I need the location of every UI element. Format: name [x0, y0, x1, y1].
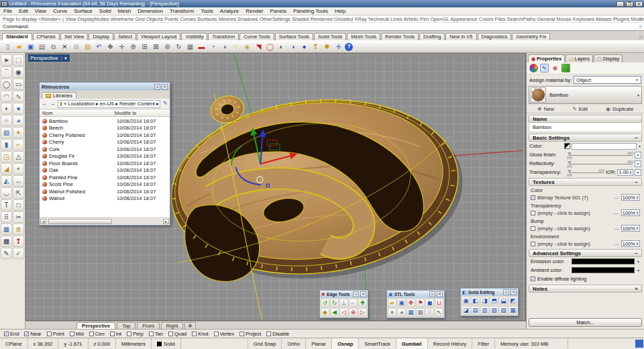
- command-scroll-icon[interactable]: ⊙: [639, 24, 643, 30]
- tool-cylinder-icon[interactable]: ▮: [1, 139, 12, 150]
- texture-icon[interactable]: [561, 64, 570, 72]
- stl-tool-8-icon[interactable]: ◕: [397, 308, 406, 317]
- file-row[interactable]: Painted Pine10/06/2014 18:07: [40, 174, 170, 181]
- tool-sketch-icon[interactable]: ✎: [1, 248, 12, 259]
- decal-icon[interactable]: ❋: [551, 64, 559, 72]
- file-row[interactable]: Floor Boards10/06/2014 18:07: [40, 160, 170, 167]
- zoom-extents-icon[interactable]: ⊠: [151, 42, 161, 52]
- tabrow-scroll-icon[interactable]: ⊙: [639, 35, 643, 40]
- menu-curve[interactable]: Curve: [53, 8, 67, 14]
- zoom-selected-icon[interactable]: ⊛: [162, 42, 172, 52]
- osnap-perp[interactable]: Perp: [127, 331, 144, 337]
- spinner-arrows-icon[interactable]: ▲▼: [636, 226, 639, 230]
- osnap-end-checkbox[interactable]: ✓: [4, 332, 9, 336]
- toolbar-tab-curve-tools[interactable]: Curve Tools: [239, 33, 274, 40]
- tool-bead-icon[interactable]: ⚬: [13, 163, 24, 174]
- menu-render[interactable]: Render: [246, 8, 263, 14]
- tool-array-icon[interactable]: ⠿: [1, 211, 12, 223]
- file-row[interactable]: Cherry10/06/2014 18:07: [40, 139, 170, 146]
- color-texture-value[interactable]: Bitmap Texture 001 (7): [537, 195, 612, 201]
- solid-tool-6-icon[interactable]: ◩: [508, 297, 517, 305]
- column-modified[interactable]: Modifié le: [115, 110, 136, 116]
- menu-dimension[interactable]: Dimension: [138, 8, 163, 14]
- transparency--slider[interactable]: 0%100: [564, 169, 604, 176]
- tool-pin-icon[interactable]: ❢: [13, 236, 24, 247]
- edge-tool-5-icon[interactable]: ✚: [358, 299, 367, 307]
- status-cplane[interactable]: CPlane: [0, 338, 28, 349]
- transparency-texture-value[interactable]: (empty - click to assign): [537, 210, 612, 216]
- osnap-cen[interactable]: Cen: [89, 331, 105, 337]
- collapse-icon[interactable]: −: [635, 250, 638, 256]
- menu-solid[interactable]: Solid: [99, 8, 111, 14]
- lock-icon[interactable]: ◈: [242, 42, 252, 52]
- tool-curve-tools-icon[interactable]: ◡: [1, 187, 12, 199]
- horizontal-scrollbar[interactable]: ◄ ►: [40, 217, 170, 225]
- panel-tab-properties[interactable]: ◉Properties: [528, 54, 565, 62]
- osnap-point[interactable]: Point: [47, 331, 64, 337]
- viewport-tab-right[interactable]: Right: [161, 322, 184, 329]
- notes-icon[interactable]: ❢: [311, 42, 321, 52]
- render-preview-icon[interactable]: ◥: [254, 42, 264, 52]
- toggle-smarttrack[interactable]: SmartTrack: [358, 338, 395, 349]
- edge-tool-2-icon[interactable]: ↻: [330, 299, 339, 307]
- menu-paneling-tools[interactable]: Paneling Tools: [293, 8, 328, 14]
- toolbar-tab-mesh-tools[interactable]: Mesh Tools: [347, 33, 380, 40]
- scroll-right-icon[interactable]: ►: [163, 219, 169, 224]
- undo-icon[interactable]: ↶: [94, 42, 104, 52]
- paste-icon[interactable]: ▨: [83, 42, 93, 52]
- osnap-perp-checkbox[interactable]: [127, 332, 131, 336]
- zoom-window-icon[interactable]: ⊞: [140, 42, 150, 52]
- tool-edge-tools-icon[interactable]: ⌐: [13, 139, 24, 150]
- move-icon[interactable]: ✛: [117, 42, 127, 52]
- name-section-header[interactable]: Name: [529, 115, 642, 123]
- pen-icon[interactable]: ✎: [162, 101, 168, 107]
- status-y-1-671[interactable]: y -1.671: [58, 338, 88, 349]
- duplicate-button[interactable]: ◉Duplicate: [606, 106, 633, 112]
- osnap-end[interactable]: ✓End: [4, 331, 19, 337]
- delete-icon[interactable]: ✕: [60, 42, 70, 52]
- edge-tool-3-icon[interactable]: ⊥: [339, 299, 348, 307]
- breadcrumb[interactable]: « Localization ▸ en-US ▸ Render Content …: [58, 100, 160, 108]
- tool-fillet-icon[interactable]: ◢: [1, 163, 12, 174]
- toolbar-tab-standard[interactable]: Standard: [2, 33, 32, 40]
- toggle-filter[interactable]: Filter: [472, 338, 494, 349]
- menu-panels[interactable]: Panels: [270, 8, 286, 14]
- new-button[interactable]: ❖New: [537, 106, 554, 112]
- toggle-grid-snap[interactable]: Grid Snap: [248, 338, 282, 349]
- match-button[interactable]: Match...: [529, 318, 642, 327]
- environment-texture-checkbox[interactable]: [531, 242, 535, 246]
- ambient-dropdown-icon[interactable]: ▼: [637, 268, 640, 272]
- viewport-tab-top[interactable]: Top: [117, 322, 136, 329]
- tool-stack-icon[interactable]: ≣: [13, 223, 24, 235]
- tab-libraries[interactable]: Libraries: [42, 92, 76, 99]
- toolbar-tab-solid-tools[interactable]: Solid Tools: [314, 33, 346, 40]
- panel-tab-layers[interactable]: ❏Layers: [566, 54, 593, 62]
- stl-tool-11-icon[interactable]: ⠿: [425, 308, 434, 317]
- title-bar[interactable]: R Untitled - Rhinoceros Evaluation (64-b…: [0, 0, 644, 7]
- environment-texture-value[interactable]: (empty - click to assign): [537, 241, 612, 247]
- status-x-38-392[interactable]: x 38.392: [28, 338, 59, 349]
- tool-pointer-icon[interactable]: ➤: [1, 54, 12, 66]
- file-row[interactable]: Bamboo10/06/2014 18:07: [40, 117, 170, 125]
- edge-tools-gear-icon[interactable]: ⊙: [353, 291, 359, 297]
- minimize-button[interactable]: –: [616, 1, 624, 7]
- menu-help[interactable]: Help: [335, 8, 345, 14]
- osnap-knot-checkbox[interactable]: [192, 332, 197, 336]
- file-row[interactable]: Walnut10/06/2014 18:07: [40, 195, 170, 203]
- viewport-menu-icon[interactable]: ▼: [61, 56, 68, 60]
- stl-tools-titlebar[interactable]: ▣ STL Tools ⊙ ✕: [387, 291, 444, 298]
- edit-button[interactable]: ✎Edit: [572, 106, 588, 112]
- toggle-ortho[interactable]: Ortho: [281, 338, 305, 349]
- menu-tools[interactable]: Tools: [201, 8, 213, 14]
- toolbar-tab-visibility[interactable]: Visibility: [181, 33, 207, 40]
- help-icon[interactable]: ?: [345, 43, 353, 51]
- solid-tool-2-icon[interactable]: ◧: [471, 297, 480, 305]
- spinner-arrows-icon[interactable]: ▲▼: [636, 195, 639, 199]
- stl-tool-7-icon[interactable]: ●: [388, 308, 396, 317]
- tool-check-icon[interactable]: ✓: [13, 248, 24, 259]
- osnap-near[interactable]: ✓Near: [24, 331, 41, 337]
- tool-point-edit-icon[interactable]: ◉: [13, 66, 24, 78]
- emission-color-swatch[interactable]: [572, 258, 635, 264]
- tool-surface-icon[interactable]: ▦: [1, 223, 12, 235]
- reflectivity--slider[interactable]: 0%100: [564, 160, 633, 167]
